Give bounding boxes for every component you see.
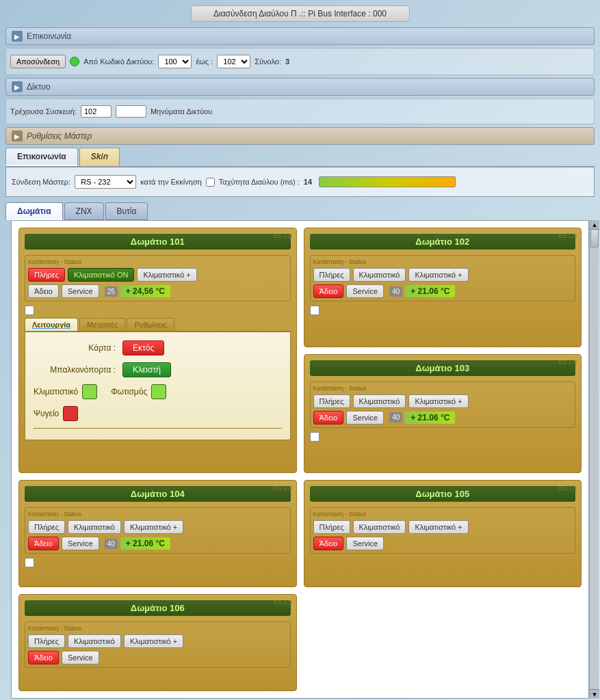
checkbox-102[interactable] [310, 306, 319, 315]
btn-service-106[interactable]: Service [62, 651, 99, 664]
room-title-103: Δωμάτιο 103 [310, 360, 576, 376]
epikoinonia-header[interactable]: ▶ Επικοινωνία [5, 27, 595, 45]
room-ea-badge-105: ΕΔ 1.0 [558, 485, 577, 492]
status-label-101: Κατάσταση - Status [28, 258, 287, 265]
tab-buttons-label: Βυτία [117, 206, 137, 216]
btn-service-101[interactable]: Service [62, 284, 99, 298]
scrollbar-track[interactable]: ▲ ▼ [589, 220, 599, 699]
green-status [70, 57, 79, 66]
inner-tabs-101: Λειτουργία Μετρητές Ρυθμίσεις [25, 318, 291, 332]
speed-bar [319, 176, 456, 187]
btn-ac-plus-104[interactable]: Κλιματιστικό + [124, 520, 183, 534]
inner-tab-rythmiseis[interactable]: Ρυθμίσεις [127, 318, 174, 331]
btn-full-103[interactable]: Πλήρες [313, 394, 350, 408]
room-ea-badge-102: ΕΔ 1.0 [558, 232, 577, 239]
btn-empty-104[interactable]: Άδειο [28, 537, 59, 550]
scrollbar-down-arrow[interactable]: ▼ [590, 689, 599, 699]
btn-full-105[interactable]: Πλήρες [313, 520, 350, 534]
btn-ac-plus-105[interactable]: Κλιματιστικό + [408, 520, 468, 534]
from-label: Από Κωδικό Δικτύου: [83, 57, 154, 66]
karta-label-101: Κάρτα : [34, 343, 116, 353]
btn-ac-105[interactable]: Κλιματιστικό [353, 520, 406, 534]
to-select[interactable]: 102 103 [217, 55, 250, 68]
network-msgs-label: Μηνύματα Δικτύου [151, 107, 212, 116]
btn-service-102[interactable]: Service [346, 284, 384, 298]
tab-skin[interactable]: Skin [79, 148, 120, 166]
btn-kleisti-101[interactable]: Κλειστή [122, 362, 171, 377]
epikoinonia-body: Αποσύνδεση Από Κωδικό Δικτύου: 100 101 έ… [5, 48, 595, 75]
btn-ac-104[interactable]: Κλιματιστικό [68, 520, 121, 534]
main-tabs: Δωμάτια ZNX Βυτία [5, 202, 595, 220]
btn-empty-102[interactable]: Άδειο [313, 284, 344, 298]
temp-val-101: + 24,56 °C [120, 285, 170, 297]
btn-empty-106[interactable]: Άδειο [28, 651, 59, 664]
inner-tab-leitourgia[interactable]: Λειτουργία [25, 318, 78, 331]
inner-tab-metrites[interactable]: Μετρητές [79, 318, 125, 331]
fridge-label-101: Ψυγείο [34, 409, 59, 418]
ac-label-101: Κλιματιστικό [34, 387, 78, 396]
at-start-checkbox[interactable] [206, 178, 215, 187]
network-header[interactable]: ▶ Δίκτυο [5, 78, 595, 96]
status-section-106: Κατάσταση - Status Πλήρες Κλιματιστικό Κ… [25, 621, 291, 668]
disconnect-button[interactable]: Αποσύνδεση [10, 55, 66, 68]
speed-value: 14 [304, 178, 312, 186]
btn-ac-plus-103[interactable]: Κλιματιστικό + [408, 394, 468, 408]
tab-znx[interactable]: ZNX [64, 202, 104, 220]
btn-ac-plus-106[interactable]: Κλιματιστικό + [124, 634, 183, 648]
tab-rooms[interactable]: Δωμάτια [5, 202, 63, 220]
btn-ac-102[interactable]: Κλιματιστικό [353, 268, 406, 282]
room-card-105: ΕΔ 1.0 Δωμάτιο 105 Κατάσταση - Status Πλ… [304, 480, 582, 587]
ac-indicator-101 [82, 384, 97, 399]
temp-val-104: + 21.06 °C [120, 537, 170, 550]
total-value: 3 [285, 57, 289, 66]
scrollbar-up-arrow[interactable]: ▲ [590, 220, 599, 230]
network-body: Τρέχουσα Συσκευή: Μηνύματα Δικτύου [5, 98, 595, 124]
master-settings-header[interactable]: ▶ Ρυθμίσεις Μάστερ [5, 127, 595, 145]
btn-full-106[interactable]: Πλήρες [28, 634, 65, 648]
connection-select[interactable]: RS - 232 RS - 485 [75, 175, 136, 189]
room-title-102: Δωμάτιο 102 [310, 234, 576, 250]
status-label-103: Κατάσταση - Status [313, 385, 573, 392]
arrow-icon: ▶ [12, 31, 23, 42]
status-section-102: Κατάσταση - Status Πλήρες Κλιματιστικό Κ… [310, 255, 576, 301]
btn-full-101[interactable]: Πλήρες [28, 268, 65, 282]
room-ea-badge-104: ΕΔ 1.0 [274, 485, 292, 492]
btn-ac-plus-101[interactable]: Κλιματιστικό + [137, 268, 196, 282]
total-label: Σύνολο: [255, 57, 281, 66]
temp-num-103: 40 [389, 412, 402, 422]
btn-full-104[interactable]: Πλήρες [28, 520, 65, 534]
btn-ac-103[interactable]: Κλιματιστικό [353, 394, 406, 408]
epikoinonia-label: Επικοινωνία [27, 31, 71, 41]
btn-service-104[interactable]: Service [62, 537, 99, 550]
current-device-extra[interactable] [116, 105, 146, 118]
status-label-102: Κατάσταση - Status [313, 258, 573, 265]
btn-ac-plus-102[interactable]: Κλιματιστικό + [408, 268, 468, 282]
btn-ac-101[interactable]: Κλιματιστικό ON [68, 268, 134, 282]
room-title-101: Δωμάτιο 101 [25, 234, 291, 250]
room-card-102: ΕΔ 1.0 Δωμάτιο 102 Κατάσταση - Status Πλ… [304, 228, 582, 347]
scrollbar-thumb[interactable] [590, 227, 599, 247]
btn-service-105[interactable]: Service [346, 537, 384, 550]
connection-label: Σύνδεση Μάστερ: [12, 178, 70, 186]
btn-ektos-101[interactable]: Εκτός [122, 340, 164, 355]
btn-full-102[interactable]: Πλήρες [313, 268, 350, 282]
title: Διασύνδεση Διαύλου Π .:: Pi Bus Interfac… [213, 9, 387, 18]
tab-buttons[interactable]: Βυτία [105, 202, 148, 220]
checkbox-104[interactable] [25, 558, 34, 567]
room-title-105: Δωμάτιο 105 [310, 486, 576, 502]
btn-empty-105[interactable]: Άδειο [313, 537, 344, 550]
current-device-input[interactable] [81, 105, 112, 118]
tab-epikoinonia[interactable]: Επικοινωνία [5, 148, 78, 166]
btn-empty-101[interactable]: Άδειο [28, 284, 59, 298]
from-select[interactable]: 100 101 [158, 55, 192, 68]
current-device-label: Τρέχουσα Συσκευή: [10, 107, 77, 116]
tab-rooms-label: Δωμάτια [17, 206, 51, 216]
checkbox-101[interactable] [25, 306, 34, 315]
btn-service-103[interactable]: Service [346, 411, 384, 425]
checkbox-103[interactable] [310, 432, 319, 442]
temp-val-103: + 21.06 °C [405, 412, 455, 424]
btn-empty-103[interactable]: Άδειο [313, 411, 344, 425]
room-card-103: ΕΔ 1.0 Δωμάτιο 103 Κατάσταση - Status Πλ… [304, 354, 582, 474]
room-card-106: ΕΔ 1.0 Δωμάτιο 106 Κατάσταση - Status Πλ… [18, 594, 297, 692]
btn-ac-106[interactable]: Κλιματιστικό [68, 634, 121, 648]
